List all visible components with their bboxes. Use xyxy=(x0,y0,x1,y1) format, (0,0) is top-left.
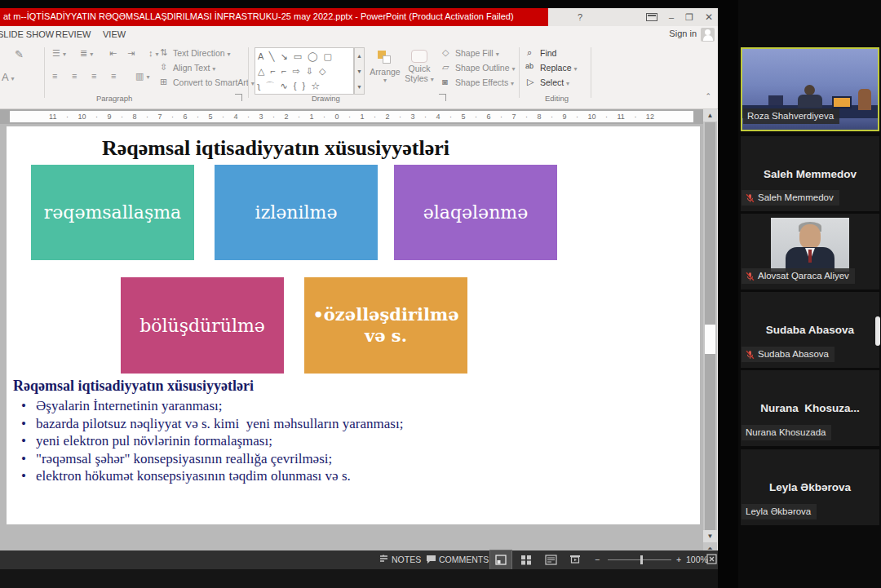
slide-title[interactable]: Rəqəmsal iqtisadiyyatın xüsusiyyətləri xyxy=(7,136,545,161)
video-person-torso xyxy=(798,95,822,108)
horizontal-ruler[interactable]: 11 · 10 · 9 · 8 · 7 · 6 · 5 · 4 · 3 · 2 … xyxy=(10,111,693,122)
bullets-icon[interactable]: ☰ ▾ xyxy=(52,48,66,59)
bullet-list[interactable]: Əşyalarin İnternetinin yaranması; bazard… xyxy=(15,397,667,485)
normal-view-icon xyxy=(495,555,507,565)
slide-scrollbar[interactable]: ▲ ▼ ⏶ ⏷ xyxy=(703,109,717,559)
align-text-button[interactable]: Align Text ▾ xyxy=(173,63,215,73)
scroll-down-icon[interactable]: ▼ xyxy=(703,530,717,542)
restore-button[interactable]: ❐ xyxy=(680,11,698,24)
shape-row-2: △ ⌐ ⌐ ⇨ ⇩ ◇ xyxy=(258,66,327,76)
minimize-button[interactable]: – xyxy=(662,11,680,24)
paragraph-dialog-launcher[interactable] xyxy=(235,94,242,101)
align-justify-icon[interactable]: ≡ xyxy=(111,71,116,81)
help-button[interactable]: ? xyxy=(571,11,589,24)
slide-show-button[interactable] xyxy=(564,550,586,569)
select-button[interactable]: Select ▾ xyxy=(540,77,569,87)
shape-box-elaqelenme[interactable]: əlaqələnmə xyxy=(394,165,557,260)
comments-button[interactable]: COMMENTS xyxy=(439,550,489,569)
font-color-icon[interactable]: A ▾ xyxy=(2,71,15,83)
line-spacing-icon[interactable]: ↕ ▾ xyxy=(148,48,159,58)
title-bar-red-band: at m--İQTİSADİYYATIN RƏQƏMSALLAŞDIRILMAS… xyxy=(0,8,548,26)
zoom-slider-track[interactable] xyxy=(608,559,671,560)
text-direction-button[interactable]: Text Direction ▾ xyxy=(173,48,231,58)
align-center-icon[interactable]: ≡ xyxy=(72,71,77,81)
slide-show-icon xyxy=(569,555,581,565)
shape-effects-icon: ◙ xyxy=(442,77,448,86)
tab-view[interactable]: VIEW xyxy=(98,26,131,43)
close-button[interactable]: ✕ xyxy=(700,11,718,24)
arrange-button[interactable]: Arrange ▾ xyxy=(369,47,401,98)
box-label-line1: •özəlləşdirilmə xyxy=(312,304,458,325)
participant-name-label: Nurana Khosuzada xyxy=(742,425,831,440)
screen: at m--İQTİSADİYYATIN RƏQƏMSALLAŞDIRILMAS… xyxy=(0,0,881,588)
shape-box-bolusdurulme[interactable]: bölüşdürülmə xyxy=(121,277,284,374)
zoom-in-button[interactable]: + xyxy=(676,550,681,569)
convert-smartart-button[interactable]: Convert to SmartArt ▾ xyxy=(173,77,255,87)
zoom-slider-thumb[interactable] xyxy=(640,555,643,564)
columns-icon[interactable]: ▥ ▾ xyxy=(135,71,149,82)
align-left-icon[interactable]: ≡ xyxy=(52,71,57,81)
photo-tie xyxy=(808,250,812,263)
sign-in-link[interactable]: Sign in xyxy=(669,29,697,38)
tab-review[interactable]: REVIEW xyxy=(51,26,95,43)
decrease-indent-icon[interactable]: ⇤ xyxy=(109,48,117,59)
photo-head xyxy=(799,224,821,249)
participant-tile-alovsat-qaraca-aliyev[interactable]: Alovsat Qaraca Aliyev xyxy=(741,214,879,290)
drawing-dialog-launcher[interactable] xyxy=(439,94,446,101)
fit-to-window-icon[interactable] xyxy=(706,554,717,564)
smartart-icon: ⊞ xyxy=(160,77,167,87)
participant-name-label: Saleh Memmedov xyxy=(742,190,839,206)
sidebar-scrollbar-thumb[interactable] xyxy=(875,316,880,346)
bullet-item: elektron hökumət konsepsiyasının təqdim … xyxy=(15,467,667,485)
collapse-ribbon-icon[interactable]: ⌃ xyxy=(705,92,711,100)
shape-outline-button[interactable]: Shape Outline ▾ xyxy=(455,63,516,73)
shape-box-izlenilme[interactable]: izlənilmə xyxy=(215,165,378,260)
slide-area: Rəqəmsal iqtisadiyyatın xüsusiyyətləri r… xyxy=(0,124,703,559)
increase-indent-icon[interactable]: ⇥ xyxy=(127,48,135,59)
quick-styles-button[interactable]: Quick Styles ▾ xyxy=(403,47,436,98)
window-title: at m--İQTİSADİYYATIN RƏQƏMSALLAŞDIRILMAS… xyxy=(3,11,542,21)
shape-box-ozellesdirilme[interactable]: •özəlləşdirilmə və s. xyxy=(304,277,467,374)
zoom-out-button[interactable]: − xyxy=(595,550,600,569)
zoom-level[interactable]: 100% xyxy=(686,550,708,569)
normal-view-button[interactable] xyxy=(490,550,511,569)
shape-outline-icon: ▱ xyxy=(442,62,449,73)
scrollbar-thumb[interactable] xyxy=(705,325,715,354)
shape-row-1: A ╲ ↘ ▭ ◯ ▢ xyxy=(258,51,334,61)
participant-tile-sudaba-abasova[interactable]: Sudaba Abasova Sudaba Abasova xyxy=(741,292,879,368)
participant-tile-leyla-ekberova[interactable]: Leyla Əkbərova Leyla Əkbərova xyxy=(741,449,879,525)
shapes-gallery-scroll[interactable]: ▲▼▼ xyxy=(354,47,365,95)
user-avatar-icon[interactable] xyxy=(701,28,715,42)
participant-name-label: Roza Shahverdiyeva xyxy=(743,108,839,124)
replace-icon: ab xyxy=(525,62,533,70)
shape-fill-button[interactable]: Shape Fill ▾ xyxy=(455,48,499,58)
reading-view-button[interactable] xyxy=(540,550,561,569)
bottom-black-strip xyxy=(0,569,718,588)
find-button[interactable]: Find xyxy=(540,48,556,58)
shapes-gallery[interactable]: A ╲ ↘ ▭ ◯ ▢△ ⌐ ⌐ ⇨ ⇩ ◇ʅ ⌒ ∿ { } ☆ xyxy=(255,47,354,95)
shape-box-reqemsallasma[interactable]: rəqəmsallaşma xyxy=(31,165,194,260)
participant-name: Saleh Memmedov xyxy=(758,190,834,206)
numbering-icon[interactable]: ≣ ▾ xyxy=(80,48,93,59)
notes-button[interactable]: NOTES xyxy=(392,550,421,569)
quick-styles-icon xyxy=(411,50,427,63)
clear-formatting-icon[interactable]: ✎ xyxy=(15,48,24,60)
participant-name: Sudaba Abasova xyxy=(758,347,829,362)
align-right-icon[interactable]: ≡ xyxy=(91,71,96,81)
scroll-up-icon[interactable]: ▲ xyxy=(703,109,717,122)
replace-button[interactable]: Replace ▾ xyxy=(540,63,577,73)
participant-name-label: Alovsat Qaraca Aliyev xyxy=(742,268,855,284)
ribbon-display-options-icon[interactable] xyxy=(646,13,657,21)
slide-canvas[interactable]: Rəqəmsal iqtisadiyyatın xüsusiyyətləri r… xyxy=(7,126,700,524)
slide-subheading[interactable]: Rəqəmsal iqtisadiyyatın xüsusiyyətləri xyxy=(13,378,254,395)
slide-sorter-button[interactable] xyxy=(516,550,537,569)
shape-effects-button[interactable]: Shape Effects ▾ xyxy=(455,77,514,87)
participant-tile-nurana-khosuzada[interactable]: Nurana Khosuza... Nurana Khosuzada xyxy=(741,370,879,446)
quick-styles-label-2: Styles ▾ xyxy=(403,73,436,83)
participant-tile-saleh-memmedov[interactable]: Saleh Memmedov Saleh Memmedov xyxy=(741,136,879,211)
box-label: əlaqələnmə xyxy=(423,202,528,223)
editing-group-label: Editing xyxy=(545,94,569,103)
participant-name: Roza Shahverdiyeva xyxy=(747,108,834,124)
participant-tile-roza-shahverdiyeva[interactable]: Roza Shahverdiyeva xyxy=(741,47,879,131)
find-icon: ⌕ xyxy=(527,47,532,58)
